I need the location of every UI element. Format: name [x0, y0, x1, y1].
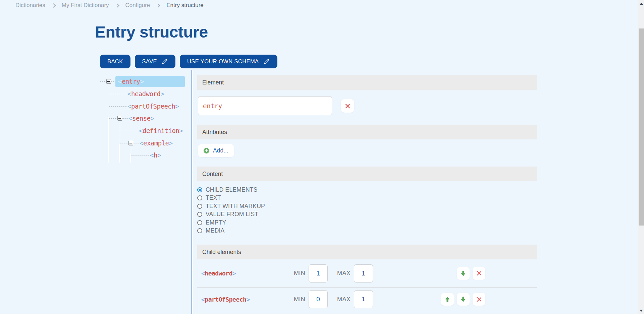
add-attribute-button[interactable]: Add... — [198, 144, 234, 157]
child-name-text: partOfSpeech — [205, 296, 246, 303]
chevron-right-icon — [115, 3, 119, 8]
tree-connector — [133, 143, 139, 143]
tree-collapse-toggle-entry[interactable] — [106, 79, 111, 84]
option-media[interactable]: MEDIA — [197, 227, 265, 235]
tree-connector — [109, 118, 117, 119]
back-button-label: BACK — [107, 58, 123, 65]
move-down-button[interactable] — [457, 267, 470, 280]
bracket: > — [160, 90, 164, 98]
save-button[interactable]: SAVE — [135, 55, 175, 68]
radio-icon[interactable] — [197, 212, 202, 217]
min-label: MIN — [292, 296, 305, 303]
breadcrumb-dictionaries[interactable]: Dictionaries — [15, 2, 45, 9]
bracket: < — [127, 103, 131, 110]
arrow-up-icon — [444, 296, 450, 302]
move-up-button[interactable] — [441, 293, 454, 306]
option-label: CHILD ELEMENTS — [206, 186, 258, 193]
bracket: < — [150, 151, 154, 159]
option-empty[interactable]: EMPTY — [197, 218, 265, 227]
page-title: Entry structure — [95, 23, 208, 41]
triangle-down-icon — [640, 310, 643, 312]
scrollbar-thumb[interactable] — [639, 28, 644, 226]
add-plus-icon — [204, 148, 209, 153]
min-input[interactable] — [309, 264, 328, 282]
remove-child-button[interactable] — [473, 267, 485, 280]
option-child-elements[interactable]: CHILD ELEMENTS — [197, 186, 265, 194]
tree-guide-line — [130, 153, 131, 163]
radio-icon[interactable] — [197, 220, 202, 225]
max-label: MAX — [337, 296, 351, 303]
child-element-name: <partOfSpeech> — [201, 296, 292, 303]
child-elements-section-header: Child elements — [197, 245, 537, 259]
option-label: TEXT — [206, 194, 221, 201]
add-attribute-label: Add... — [213, 147, 228, 154]
remove-element-button[interactable] — [341, 99, 354, 113]
min-label: MIN — [292, 270, 305, 277]
element-name-input[interactable] — [198, 96, 332, 115]
tree-node-example[interactable]: <example> — [140, 138, 172, 148]
tree-node-label: example — [143, 139, 169, 147]
delete-x-icon — [476, 296, 482, 303]
max-input[interactable] — [354, 290, 373, 308]
tree-guide-line — [108, 117, 109, 163]
tree-node-headword[interactable]: <headword> — [127, 88, 164, 99]
tree-collapse-toggle-example[interactable] — [128, 141, 133, 145]
radio-icon[interactable] — [197, 228, 202, 233]
tree-connector — [111, 81, 115, 82]
tree-node-label: entry — [122, 78, 140, 85]
arrow-down-icon — [460, 270, 466, 276]
tree-node-definition[interactable]: <definition> — [139, 125, 183, 136]
attributes-section-header: Attributes — [197, 125, 537, 139]
use-your-own-schema-button[interactable]: USE YOUR OWN SCHEMA — [180, 55, 277, 68]
chevron-right-icon — [51, 3, 56, 8]
bracket: > — [140, 78, 144, 85]
radio-icon[interactable] — [197, 204, 202, 209]
bracket: < — [140, 139, 143, 147]
delete-x-icon — [476, 270, 482, 276]
radio-icon[interactable] — [197, 195, 202, 200]
min-input[interactable] — [309, 290, 328, 308]
tree-connector — [131, 155, 149, 155]
tree-node-label: partOfSpeech — [131, 103, 175, 110]
radio-icon[interactable] — [197, 187, 202, 192]
tree-node-label: headword — [131, 90, 161, 98]
scroll-down-arrow[interactable] — [638, 308, 644, 313]
breadcrumb-configure[interactable]: Configure — [125, 2, 150, 9]
remove-child-button[interactable] — [473, 293, 485, 306]
breadcrumb-my-first-dictionary[interactable]: My First Dictionary — [62, 2, 109, 9]
tree-collapse-toggle-sense[interactable] — [117, 116, 122, 121]
bracket: < — [128, 115, 132, 122]
tree-node-partofspeech[interactable]: <partOfSpeech> — [127, 101, 179, 112]
pencil-icon — [263, 58, 270, 65]
option-label: EMPTY — [206, 219, 226, 226]
element-section-header: Element — [197, 75, 537, 90]
bracket: > — [232, 270, 236, 277]
tree-node-h[interactable]: <h> — [150, 150, 161, 161]
tree-node-sense[interactable]: <sense> — [128, 113, 154, 124]
breadcrumb-entry-structure: Entry structure — [166, 2, 204, 9]
bracket: < — [127, 90, 131, 98]
back-button[interactable]: BACK — [100, 55, 130, 68]
chevron-right-icon — [156, 3, 160, 8]
tree-connector — [100, 81, 106, 82]
arrow-down-icon — [460, 296, 466, 302]
toolbar: BACK SAVE USE YOUR OWN SCHEMA — [100, 55, 277, 68]
option-value-from-list[interactable]: VALUE FROM LIST — [197, 210, 265, 219]
option-text[interactable]: TEXT — [197, 194, 265, 202]
option-text-with-markup[interactable]: TEXT WITH MARKUP — [197, 202, 265, 210]
move-down-button[interactable] — [457, 293, 470, 306]
scroll-up-arrow[interactable] — [638, 1, 644, 6]
bracket: > — [157, 151, 161, 159]
bracket: > — [169, 139, 173, 147]
option-label: TEXT WITH MARKUP — [206, 203, 265, 210]
bracket: < — [201, 296, 205, 303]
breadcrumb: Dictionaries My First Dictionary Configu… — [15, 2, 204, 9]
option-label: VALUE FROM LIST — [206, 211, 258, 218]
bracket: < — [118, 78, 122, 85]
triangle-up-icon — [640, 3, 643, 5]
tree-node-entry[interactable]: <entry> — [115, 76, 185, 87]
tree-connector — [109, 94, 126, 94]
tree-guide-line — [119, 144, 120, 163]
max-input[interactable] — [354, 264, 373, 282]
vertical-scrollbar[interactable] — [638, 0, 644, 314]
